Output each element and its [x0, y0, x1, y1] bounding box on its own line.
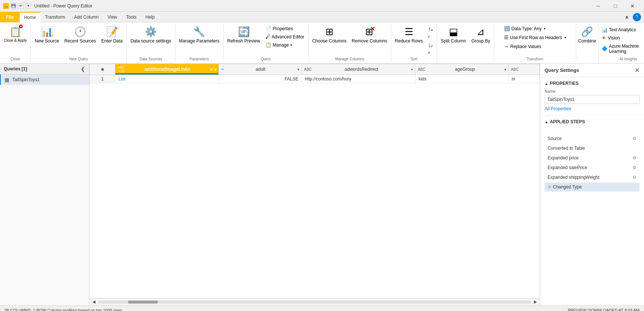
queries-collapse-btn[interactable]: ❮ [81, 66, 85, 72]
group-by-icon: ⊿ [476, 26, 485, 38]
maximize-btn[interactable]: □ [607, 0, 624, 12]
settings-header: Query Settings ✕ [540, 64, 644, 77]
scroll-thumb[interactable] [128, 301, 158, 304]
help-btn[interactable]: ? [633, 13, 641, 21]
grid-table: ⊕ ABC123 additionalImageLinks ⊕ ▾ [89, 64, 540, 83]
close-apply-btn[interactable]: 📋 ✕ Close & Apply [1, 25, 29, 44]
step-changed-type-delete[interactable]: ✕ [548, 184, 551, 190]
close-btn[interactable]: ✕ [624, 0, 641, 12]
enter-data-btn[interactable]: 📝 Enter Data [99, 25, 125, 45]
data-grid[interactable]: ⊕ ABC123 additionalImageLinks ⊕ ▾ [89, 64, 540, 298]
close-apply-label: Close & Apply [4, 38, 27, 42]
advanced-editor-btn[interactable]: 🖊 Advanced Editor [263, 33, 307, 41]
azure-ml-btn[interactable]: 🔷 Azure Machine Learning [600, 43, 644, 55]
combine-btn[interactable]: 🔗 Combine [576, 25, 598, 45]
menu-item-tools[interactable]: Tools [122, 12, 141, 22]
cell-list-link[interactable]: List [118, 76, 125, 82]
step-expanded-price-gear[interactable]: ⚙ [632, 155, 637, 161]
col-filter-btn-3[interactable]: ▾ [411, 67, 413, 72]
save-icon[interactable]: 💾 [10, 3, 16, 9]
step-changed-type[interactable]: ✕ Changed Type [545, 183, 640, 191]
properties-section: ▲ PROPERTIES Name All Properties [540, 77, 644, 115]
reduce-rows-btn[interactable]: ☰ Reduce Rows [393, 25, 425, 45]
col-header-adwordsRedirect[interactable]: ABC adwordsRedirect ▾ [302, 64, 415, 75]
manage-parameters-btn[interactable]: 🔧 Manage Parameters [177, 25, 222, 45]
step-source-name: Source [548, 136, 562, 141]
queries-header: Queries [1] ❮ [0, 64, 89, 74]
cell-additionalImageLinks-1[interactable]: List [115, 75, 219, 83]
sort-asc-btn[interactable]: ↑AZ [426, 25, 435, 40]
menu-item-view[interactable]: View [103, 12, 122, 22]
queries-panel: Queries [1] ❮ ▦ TailSpinToys1 [0, 64, 89, 305]
split-column-btn[interactable]: ⬓ Split Column [439, 25, 468, 45]
col-resize-handle-1[interactable]: ⊕ [210, 67, 213, 72]
settings-close-btn[interactable]: ✕ [635, 67, 640, 74]
vision-btn[interactable]: 👁 Vision [600, 35, 621, 42]
applied-steps-chevron[interactable]: ▲ [545, 120, 548, 124]
group-by-label: Group By [471, 38, 490, 44]
close-apply-icon: 📋 ✕ [9, 26, 21, 38]
menu-item-file[interactable]: File [0, 12, 20, 22]
col-header-ageGroup[interactable]: ABC ageGroup ▾ [415, 64, 508, 75]
text-analytics-label: Text Analytics [609, 27, 636, 32]
minimize-btn[interactable]: ─ [590, 0, 607, 12]
menu-item-add-column[interactable]: Add Column [70, 12, 103, 22]
col-header-additionalImageLinks[interactable]: ABC123 additionalImageLinks ⊕ ▾ [115, 64, 219, 75]
data-type-btn[interactable]: 🔢 Data Type: Any ▾ [502, 25, 568, 32]
properties-chevron[interactable]: ▲ [545, 82, 548, 86]
horizontal-scrollbar[interactable]: ◀ ▶ [89, 298, 540, 305]
ribbon-group-split-group: ⬓ Split Column ⊿ Group By [437, 24, 494, 62]
step-converted-name: Converted to Table [548, 146, 585, 151]
data-type-label: Data Type: Any [511, 26, 542, 31]
col-name-adwordsRedirect: adwordsRedirect [313, 67, 409, 72]
transform-group-label: Transform [527, 56, 543, 61]
all-properties-link[interactable]: All Properties [545, 106, 640, 111]
use-first-row-btn[interactable]: ☰ Use First Row as Headers ▾ [502, 34, 568, 41]
applied-steps-list: Source ⚙ Converted to Table Expanded pri… [540, 131, 644, 305]
scroll-right-btn[interactable]: ▶ [532, 299, 538, 304]
ribbon-collapse-btn[interactable]: ∧ [622, 13, 631, 22]
step-expanded-sale-price[interactable]: Expanded salePrice ⚙ [545, 163, 640, 172]
col-header-adult[interactable]: ≈ adult ▾ [219, 64, 302, 75]
menu-item-home[interactable]: Home [20, 12, 41, 22]
menu-item-help[interactable]: Help [141, 12, 159, 22]
col-type-icon-5: ABC [511, 67, 519, 72]
azure-ml-icon: 🔷 [602, 46, 608, 51]
step-expanded-price[interactable]: Expanded price ⚙ [545, 153, 640, 162]
group-by-btn[interactable]: ⊿ Group By [469, 25, 492, 45]
scroll-left-btn[interactable]: ◀ [91, 299, 97, 304]
data-source-settings-btn[interactable]: ⚙️ Data source settings [128, 25, 173, 45]
vision-icon: 👁 [602, 35, 606, 41]
refresh-preview-btn[interactable]: 🔄 Refresh Preview [225, 25, 262, 45]
menu-item-transform[interactable]: Transform [41, 12, 70, 22]
scroll-track[interactable] [98, 301, 531, 304]
step-expanded-shipping-weight-gear[interactable]: ⚙ [632, 175, 637, 180]
grid-header-row: ⊕ ABC123 additionalImageLinks ⊕ ▾ [90, 64, 540, 75]
step-source[interactable]: Source ⚙ [545, 134, 640, 143]
manage-btn[interactable]: 📋 Manage ▾ [263, 41, 307, 49]
sort-desc-btn[interactable]: ↓ZA [426, 41, 435, 56]
new-source-btn[interactable]: 📊 + New Source [32, 25, 61, 45]
properties-header: ▲ PROPERTIES [545, 81, 640, 86]
col-filter-btn-1[interactable]: ▾ [214, 67, 216, 72]
query-item-tailspintoys1[interactable]: ▦ TailSpinToys1 [0, 74, 89, 85]
use-first-row-label: Use First Row as Headers [510, 35, 562, 40]
dropdown-icon[interactable]: ▾ [25, 3, 31, 9]
choose-columns-btn[interactable]: ⊞ Choose Columns [310, 25, 349, 45]
col-header-more[interactable]: ABC [508, 64, 539, 75]
col-filter-btn-2[interactable]: ▾ [297, 67, 299, 72]
step-expanded-sale-price-gear[interactable]: ⚙ [632, 165, 637, 170]
query-name-input[interactable] [545, 95, 640, 104]
properties-btn[interactable]: 📄 Properties [263, 25, 307, 32]
step-expanded-shipping-weight[interactable]: Expanded shippingWeight ⚙ [545, 173, 640, 182]
close-group-label: Close [10, 56, 20, 61]
replace-values-btn[interactable]: ↔ Replace Values [502, 42, 568, 50]
undo-icon[interactable]: ↩ [18, 3, 24, 9]
step-source-gear[interactable]: ⚙ [632, 136, 637, 141]
remove-columns-btn[interactable]: ⊞ ✕ Remove Columns [350, 25, 389, 45]
data-source-settings-label: Data source settings [130, 38, 171, 44]
step-converted-to-table[interactable]: Converted to Table [545, 144, 640, 153]
recent-sources-btn[interactable]: 🕐 Recent Sources [62, 25, 98, 45]
text-analytics-btn[interactable]: 📊 Text Analytics [600, 26, 638, 34]
col-filter-btn-4[interactable]: ▾ [504, 67, 506, 72]
